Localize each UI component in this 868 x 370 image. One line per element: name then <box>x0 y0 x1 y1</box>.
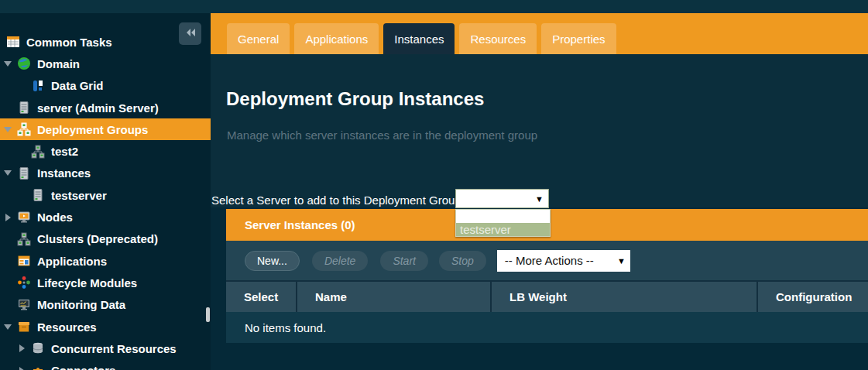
sidebar-scrollbar-thumb[interactable] <box>206 307 210 322</box>
data-grid-icon <box>31 79 45 93</box>
toolbar: New... Delete Start Stop -- More Actions… <box>226 241 868 280</box>
server-select[interactable] <box>455 189 549 208</box>
sidebar-item-label: Clusters (Deprecated) <box>37 232 158 245</box>
more-actions-value: -- More Actions -- <box>505 254 594 267</box>
tab-resources[interactable]: Resources <box>459 23 537 54</box>
sidebar-item-label: Lifecycle Modules <box>37 276 137 289</box>
stop-button[interactable]: Stop <box>439 251 486 271</box>
monitoring-icon <box>17 298 31 312</box>
sidebar-item-label: Common Tasks <box>26 36 112 49</box>
sidebar-tree: Common Tasks Domain Data Grid <box>0 31 211 370</box>
sidebar-item-label: Deployment Groups <box>37 123 148 136</box>
start-button[interactable]: Start <box>380 251 428 271</box>
tab-bar: General Applications Instances Resources… <box>211 13 868 54</box>
more-actions-select[interactable]: -- More Actions -- <box>497 250 630 272</box>
sidebar-item-label: server (Admin Server) <box>37 101 159 115</box>
sidebar-item-label: test2 <box>51 145 78 158</box>
table-header-row: Select Name LB Weight Configuration <box>226 280 868 312</box>
server-select-options: testserver <box>455 209 551 237</box>
expander-right-icon[interactable] <box>17 344 31 352</box>
sidebar-item-label: Instances <box>37 166 91 180</box>
sidebar-item-deployment-groups[interactable]: Deployment Groups <box>0 118 211 140</box>
option-blank[interactable] <box>456 210 550 223</box>
sidebar-item-resources[interactable]: Resources <box>0 316 211 337</box>
top-strip <box>0 0 868 13</box>
collapse-left-icon <box>184 26 197 43</box>
column-header-lb-weight: LB Weight <box>492 282 756 312</box>
sidebar-item-label: Resources <box>37 320 97 334</box>
admin-console: Common Tasks Domain Data Grid <box>0 0 868 370</box>
sidebar: Common Tasks Domain Data Grid <box>0 13 211 370</box>
column-header-select: Select <box>226 282 296 312</box>
column-header-configuration: Configuration <box>758 282 868 312</box>
page-title: Deployment Group Instances <box>226 88 484 110</box>
tab-instances[interactable]: Instances <box>383 23 455 54</box>
sidebar-item-server-admin[interactable]: server (Admin Server) <box>0 97 211 118</box>
sidebar-item-label: Nodes <box>37 211 73 224</box>
resources-icon <box>17 320 31 334</box>
sidebar-item-label: Applications <box>37 255 107 268</box>
applications-icon <box>17 254 31 268</box>
tasks-icon <box>6 35 20 49</box>
expander-down-icon[interactable] <box>3 170 17 176</box>
sidebar-item-label: Connectors <box>51 364 115 370</box>
expander-down-icon[interactable] <box>3 127 17 132</box>
server-icon <box>17 101 31 115</box>
dropdown-arrow-icon <box>617 256 626 266</box>
delete-button[interactable]: Delete <box>312 251 368 271</box>
sidebar-item-connectors[interactable]: Connectors <box>0 359 211 370</box>
cluster-icon <box>31 145 45 159</box>
sidebar-collapse-button[interactable] <box>179 22 201 45</box>
server-icon <box>17 166 31 180</box>
option-testserver[interactable]: testserver <box>456 223 550 236</box>
dropdown-arrow-icon <box>535 194 544 204</box>
expander-right-icon[interactable] <box>3 214 17 221</box>
main-content: General Applications Instances Resources… <box>211 13 868 370</box>
sidebar-item-lifecycle-modules[interactable]: Lifecycle Modules <box>0 272 211 293</box>
expander-down-icon[interactable] <box>3 324 17 330</box>
sidebar-item-domain[interactable]: Domain <box>0 53 211 74</box>
sidebar-item-applications[interactable]: Applications <box>0 250 211 272</box>
sidebar-item-label: testserver <box>51 189 107 202</box>
sidebar-item-label: Monitoring Data <box>37 298 125 311</box>
expander-down-icon[interactable] <box>3 61 17 67</box>
tab-applications[interactable]: Applications <box>294 23 379 54</box>
page-subtitle: Manage which server instances are in the… <box>227 128 537 142</box>
node-monitor-icon <box>17 211 31 224</box>
server-icon <box>31 188 45 202</box>
server-instances-title: Server Instances (0) <box>245 218 355 231</box>
sidebar-item-clusters[interactable]: Clusters (Deprecated) <box>0 228 211 250</box>
sidebar-item-concurrent-resources[interactable]: Concurrent Resources <box>0 337 211 359</box>
server-select-label: Select a Server to add to this Deploymen… <box>211 194 465 207</box>
globe-icon <box>17 57 31 70</box>
empty-message: No items found. <box>245 321 326 334</box>
sidebar-item-monitoring-data[interactable]: Monitoring Data <box>0 294 211 316</box>
column-header-name: Name <box>297 282 490 312</box>
sidebar-item-nodes[interactable]: Nodes <box>0 206 211 228</box>
connector-icon <box>31 364 45 370</box>
sidebar-item-label: Data Grid <box>51 79 104 92</box>
cluster-icon <box>17 122 31 136</box>
sidebar-item-test2[interactable]: test2 <box>0 140 211 162</box>
database-icon <box>31 341 45 355</box>
sidebar-item-instances[interactable]: Instances <box>0 163 211 184</box>
sidebar-item-label: Domain <box>37 57 80 70</box>
new-button[interactable]: New... <box>245 251 300 271</box>
table-empty-row: No items found. <box>226 312 868 343</box>
lifecycle-icon <box>17 276 31 289</box>
sidebar-item-label: Concurrent Resources <box>51 342 177 355</box>
cluster-icon <box>17 232 31 246</box>
tab-general[interactable]: General <box>227 23 290 54</box>
expander-right-icon[interactable] <box>17 367 31 370</box>
tab-properties[interactable]: Properties <box>541 23 616 54</box>
sidebar-item-data-grid[interactable]: Data Grid <box>0 75 211 97</box>
sidebar-item-testserver[interactable]: testserver <box>0 184 211 206</box>
